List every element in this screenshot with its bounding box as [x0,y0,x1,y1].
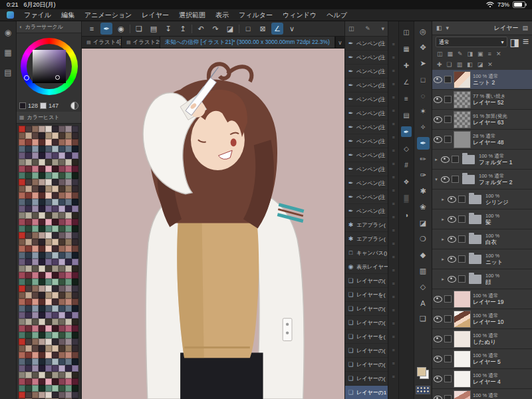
subtool-edit-icon[interactable]: ✎ [365,25,370,32]
color-swatch[interactable] [72,259,78,265]
color-swatch[interactable] [72,152,78,159]
subtool-item[interactable]: □キャンバス() [345,246,388,260]
color-swatch[interactable] [59,372,65,378]
color-swatch[interactable] [52,239,59,245]
texture-icon[interactable]: ▒ [401,193,412,203]
color-swatch[interactable] [65,172,72,179]
subtool-item[interactable]: ✒ペンペン(注 [345,190,388,204]
sv-marker[interactable] [55,75,60,80]
folder-icon[interactable] [462,155,475,164]
color-swatch[interactable] [72,166,78,172]
menu-item-選択範囲[interactable]: 選択範囲 [179,11,205,20]
color-swatch[interactable] [32,299,39,305]
drag-handle-icon[interactable]: ≡ [392,77,394,90]
color-swatch[interactable] [19,378,25,385]
layer-row[interactable]: 100 % 通常レイヤー 10 [432,309,532,329]
main-color-chip[interactable] [19,102,26,109]
color-swatch[interactable] [72,372,78,378]
color-wheel-toggle-icon[interactable]: ◉ [5,28,11,37]
color-swatch[interactable] [25,272,32,279]
color-swatch[interactable] [19,166,25,172]
color-swatch[interactable] [25,305,32,312]
color-swatch[interactable] [45,345,52,352]
color-swatch[interactable] [39,259,45,265]
layer-expand-icon[interactable]: ▸ [434,157,439,162]
color-swatch[interactable] [25,325,32,332]
color-swatch[interactable] [45,392,52,398]
layer-checkbox[interactable] [444,335,452,342]
menu-item-ヘルプ[interactable]: ヘルプ [327,11,347,20]
color-swatch[interactable] [72,365,78,372]
layer-panel-options-icon[interactable]: ▤ [522,25,528,31]
flip-view-icon[interactable]: ◫ [401,27,412,37]
color-swatch[interactable] [59,325,65,332]
layer-row[interactable]: 100 % 通常レイヤー 19 [432,289,532,309]
guide-icon[interactable]: ≡ [401,93,412,104]
layer-checkbox[interactable] [458,235,466,243]
color-swatch[interactable] [19,225,25,232]
color-swatch[interactable] [59,279,65,285]
color-swatch[interactable] [45,305,52,312]
color-swatch[interactable] [25,372,32,378]
color-swatch[interactable] [65,159,72,166]
color-swatch[interactable] [19,312,25,319]
color-swatch[interactable] [19,392,25,398]
color-swatch[interactable] [45,212,52,219]
color-swatch[interactable] [65,225,72,232]
layer-thumbnail[interactable] [454,331,471,348]
color-swatch[interactable] [32,385,39,392]
color-swatch[interactable] [59,392,65,398]
color-swatch[interactable] [19,192,25,199]
subtool-item[interactable]: ✒ペンペン(注 [345,65,388,78]
subtool-item[interactable]: ❏レイヤーの( [345,344,388,358]
color-swatch[interactable] [19,199,25,205]
color-swatch[interactable] [52,172,59,179]
layer-thumbnail[interactable] [454,370,471,388]
layer-thumbnail[interactable] [454,350,471,368]
color-swatch[interactable] [59,332,65,338]
redo-icon[interactable]: ↷ [209,23,221,35]
color-swatch[interactable] [59,285,65,292]
color-swatch[interactable] [39,265,45,272]
sub-color-chip[interactable] [40,102,47,109]
color-swatch[interactable] [72,172,78,179]
color-swatch[interactable] [45,319,52,325]
color-swatch[interactable] [45,186,52,192]
color-swatch[interactable] [52,378,59,385]
delete-layer-icon[interactable]: ✕ [487,61,493,68]
color-swatch[interactable] [45,159,52,166]
lock-icon[interactable]: ◨ [467,51,473,57]
color-swatch[interactable] [39,325,45,332]
layer-row[interactable]: 100 % 通常したぬり [432,329,532,349]
color-swatch[interactable] [25,259,32,265]
layer-checkbox[interactable] [444,295,452,303]
layer-checkbox[interactable] [444,315,452,323]
brush-tool[interactable]: ✑ [417,169,430,182]
color-swatch[interactable] [52,259,59,265]
color-swatch[interactable] [65,352,72,358]
color-history-header[interactable]: ▦ カラーヒスト [17,112,81,124]
color-swatch[interactable] [45,365,52,372]
color-swatch[interactable] [52,312,59,319]
color-swatch[interactable] [72,139,78,146]
text-tool[interactable]: A [417,297,430,309]
color-swatch[interactable] [72,332,78,338]
color-swatch[interactable] [65,392,72,398]
menu-item-ファイル[interactable]: ファイル [24,11,51,20]
color-swatch[interactable] [52,212,59,219]
color-swatch[interactable] [25,392,32,398]
layer-row[interactable]: 77 % 覆い焼きレイヤー 52 [432,90,532,110]
color-swatch[interactable] [59,186,65,192]
menu-item-フィルター[interactable]: フィルター [239,11,273,20]
figure-tool[interactable]: ◇ [417,281,430,293]
color-swatch[interactable] [59,345,65,352]
color-swatch[interactable] [19,265,25,272]
lasso-tool[interactable]: ◌ [417,89,430,102]
drag-handle-icon[interactable]: ≡ [392,317,394,330]
color-swatch[interactable] [52,146,59,152]
color-swatch[interactable] [39,305,45,312]
color-swatch[interactable] [25,179,32,186]
color-swatch[interactable] [19,285,25,292]
layer-checkbox[interactable] [452,176,459,183]
subtool-item[interactable]: ❏レイヤーを( [345,288,388,302]
